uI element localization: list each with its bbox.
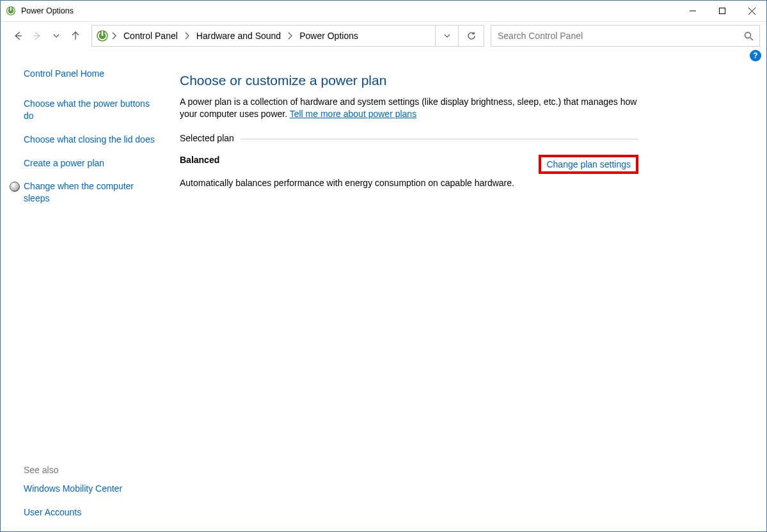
main-content: Choose or customize a power plan A power…	[167, 64, 766, 531]
sidebar: Control Panel Home Choose what the power…	[1, 64, 167, 531]
arrow-up-icon	[70, 30, 81, 42]
sidebar-link-create-plan[interactable]: Create a power plan	[24, 157, 155, 169]
window: Power Options Control Panel	[0, 0, 767, 532]
sidebar-link-power-buttons[interactable]: Choose what the power buttons do	[24, 98, 155, 122]
see-also-mobility-center[interactable]: Windows Mobility Center	[24, 483, 155, 495]
power-options-icon	[96, 29, 109, 42]
highlight-box: Change plan settings	[539, 155, 638, 174]
plan-description: Automatically balances performance with …	[180, 178, 638, 188]
see-also-user-accounts[interactable]: User Accounts	[24, 506, 155, 519]
refresh-button[interactable]	[459, 25, 484, 47]
breadcrumb-control-panel[interactable]: Control Panel	[120, 31, 182, 41]
sidebar-link-computer-sleeps[interactable]: Change when the computer sleeps	[24, 180, 155, 205]
help-icon[interactable]: ?	[750, 50, 761, 61]
close-icon	[748, 8, 755, 15]
minimize-icon	[690, 8, 696, 14]
search-icon	[744, 31, 754, 41]
see-also-label: See also	[24, 465, 155, 475]
chevron-down-icon	[52, 32, 60, 40]
plan-name: Balanced	[180, 155, 219, 165]
svg-line-12	[750, 38, 753, 40]
close-button[interactable]	[737, 1, 766, 22]
maximize-button[interactable]	[708, 1, 737, 22]
recent-locations-button[interactable]	[47, 27, 66, 45]
body: Control Panel Home Choose what the power…	[1, 64, 766, 531]
selected-plan-label: Selected plan	[180, 133, 234, 143]
power-options-icon	[6, 6, 16, 16]
page-heading: Choose or customize a power plan	[180, 73, 638, 88]
back-button[interactable]	[8, 27, 28, 45]
chevron-right-icon	[111, 32, 117, 40]
breadcrumb-hardware-sound[interactable]: Hardware and Sound	[193, 31, 285, 41]
arrow-left-icon	[12, 30, 24, 42]
plan-row: Balanced Change plan settings	[180, 155, 638, 174]
selected-plan-section: Selected plan	[180, 133, 638, 143]
search-box[interactable]	[491, 25, 760, 47]
help-row: ?	[1, 50, 766, 64]
minimize-button[interactable]	[678, 1, 708, 22]
breadcrumb-power-options[interactable]: Power Options	[296, 31, 362, 41]
control-panel-home-link[interactable]: Control Panel Home	[24, 68, 155, 80]
refresh-icon	[466, 31, 477, 41]
maximize-icon	[719, 8, 725, 14]
window-title: Power Options	[21, 6, 74, 15]
svg-rect-10	[102, 31, 104, 36]
svg-rect-1	[10, 7, 12, 11]
svg-point-11	[745, 32, 750, 38]
chevron-right-icon	[184, 32, 190, 40]
svg-rect-3	[720, 8, 725, 14]
address-bar[interactable]: Control Panel Hardware and Sound Power O…	[91, 25, 436, 47]
toolbar: Control Panel Hardware and Sound Power O…	[1, 22, 766, 50]
sidebar-link-closing-lid[interactable]: Choose what closing the lid does	[24, 134, 155, 146]
up-button[interactable]	[66, 27, 85, 45]
change-plan-settings-link[interactable]: Change plan settings	[546, 159, 631, 169]
divider	[241, 139, 638, 139]
chevron-right-icon	[287, 32, 293, 40]
page-description: A power plan is a collection of hardware…	[180, 96, 638, 120]
forward-button[interactable]	[28, 27, 47, 45]
titlebar: Power Options	[1, 1, 766, 22]
search-input[interactable]	[491, 31, 738, 41]
address-history-button[interactable]	[436, 25, 459, 47]
arrow-right-icon	[31, 30, 43, 42]
chevron-down-icon	[443, 32, 451, 40]
search-button[interactable]	[738, 25, 759, 47]
tell-me-more-link[interactable]: Tell me more about power plans	[290, 109, 416, 119]
